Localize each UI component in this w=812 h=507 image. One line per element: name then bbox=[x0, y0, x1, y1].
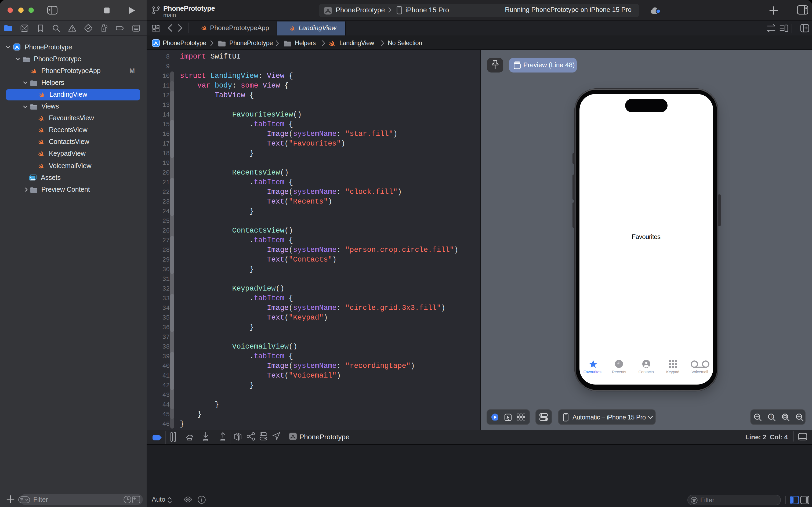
svg-text:1: 1 bbox=[770, 414, 772, 419]
